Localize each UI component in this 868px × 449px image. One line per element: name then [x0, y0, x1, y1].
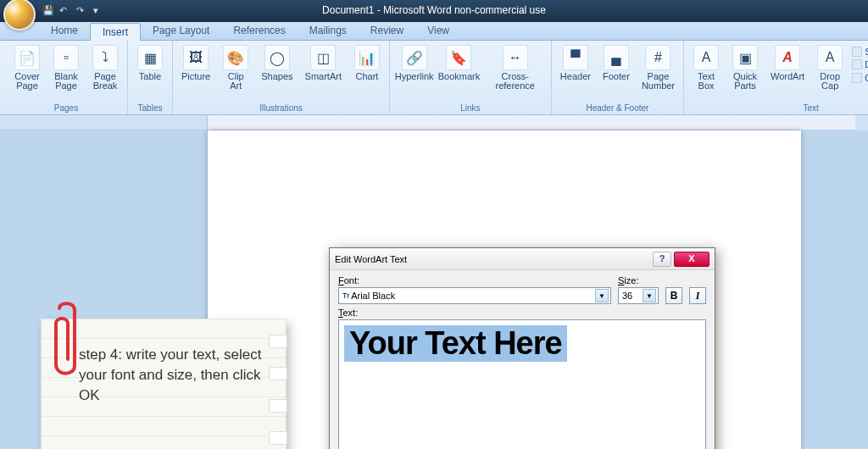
footer-icon: ▄ [604, 45, 629, 70]
page-break-icon: ⤵ [92, 45, 118, 70]
tab-page-layout[interactable]: Page Layout [141, 22, 221, 40]
drop-cap-icon: A [817, 45, 843, 70]
shapes-button[interactable]: ◯Shapes [258, 42, 296, 84]
group-pages: 📄CoverPage ▫BlankPage ⤵PageBreak Pages [5, 41, 128, 114]
group-title-illustrations: Illustrations [178, 103, 384, 114]
picture-button[interactable]: 🖼Picture [178, 42, 214, 84]
text-label: Text: [338, 308, 358, 318]
tab-view[interactable]: View [415, 22, 461, 40]
horizontal-ruler[interactable]: L [0, 115, 868, 130]
wordart-button[interactable]: AWordArt [767, 42, 808, 84]
chart-icon: 📊 [354, 45, 380, 70]
tab-insert[interactable]: Insert [90, 23, 141, 41]
group-header-footer: ▀Header ▄Footer #PageNumber Header & Foo… [552, 41, 684, 114]
edit-wordart-dialog: Edit WordArt Text ? X Font: Tr Arial Bla… [329, 247, 715, 449]
cross-reference-icon: ↔ [503, 45, 528, 70]
dialog-title: Edit WordArt Text [335, 254, 407, 264]
hyperlink-button[interactable]: 🔗Hyperlink [395, 42, 433, 84]
cross-reference-button[interactable]: ↔Cross-reference [485, 42, 546, 93]
wordart-text-value: Your Text Here [344, 325, 567, 362]
font-combo[interactable]: Tr Arial Black ▼ [338, 287, 611, 304]
paperclip-icon [51, 300, 81, 385]
object-icon [852, 73, 862, 83]
group-tables: ▦Table Tables [128, 41, 173, 114]
page-break-button[interactable]: ⤵PageBreak [88, 42, 122, 93]
bookmark-button[interactable]: 🔖Bookmark [438, 42, 479, 84]
blank-page-button[interactable]: ▫BlankPage [49, 42, 83, 93]
smartart-icon: ◫ [310, 45, 336, 70]
text-box-button[interactable]: ATextBox [689, 42, 723, 93]
wordart-text-input[interactable]: Your Text Here [338, 319, 706, 449]
dialog-help-button[interactable]: ? [653, 252, 671, 267]
group-title-links: Links [395, 103, 546, 114]
object-button[interactable]: Object ▾ [852, 72, 868, 83]
size-value: 36 [622, 291, 632, 301]
header-button[interactable]: ▀Header [557, 42, 594, 84]
tab-mailings[interactable]: Mailings [298, 22, 359, 40]
bold-button[interactable]: B [665, 287, 682, 304]
wordart-icon: A [775, 45, 800, 70]
blank-page-icon: ▫ [53, 45, 79, 70]
signature-line-button[interactable]: Signature Line ▾ [852, 46, 868, 57]
font-label: Font: [338, 275, 611, 285]
group-title-pages: Pages [10, 103, 122, 114]
tab-references[interactable]: References [221, 22, 297, 40]
drop-cap-button[interactable]: ADropCap [813, 42, 847, 93]
font-dropdown-icon[interactable]: ▼ [595, 289, 609, 302]
group-title-text: Text [689, 103, 868, 114]
note-text: step 4: write your text, select your fon… [79, 346, 261, 403]
shapes-icon: ◯ [264, 45, 290, 70]
clip-art-icon: 🎨 [223, 45, 248, 70]
bookmark-icon: 🔖 [446, 45, 471, 70]
group-text: ATextBox ▣QuickParts AWordArt ADropCap S… [684, 41, 868, 114]
qat-more-icon[interactable]: ▾ [93, 5, 105, 17]
ribbon-tabs: Home Insert Page Layout References Maili… [0, 22, 868, 41]
window-title: Document1 - Microsoft Word non-commercia… [322, 4, 546, 16]
picture-icon: 🖼 [183, 45, 209, 70]
group-illustrations: 🖼Picture 🎨ClipArt ◯Shapes ◫SmartArt 📊Cha… [173, 41, 390, 114]
font-value: Arial Black [351, 291, 395, 301]
dialog-close-button[interactable]: X [674, 252, 709, 267]
save-icon[interactable]: 💾 [42, 5, 54, 17]
table-icon: ▦ [137, 45, 163, 70]
size-dropdown-icon[interactable]: ▼ [643, 289, 656, 302]
smartart-button[interactable]: ◫SmartArt [302, 42, 345, 84]
footer-button[interactable]: ▄Footer [599, 42, 633, 84]
hyperlink-icon: 🔗 [402, 45, 427, 70]
tab-home[interactable]: Home [39, 22, 90, 40]
font-prefix: Tr [342, 291, 349, 300]
clip-art-button[interactable]: 🎨ClipArt [219, 42, 253, 93]
tab-review[interactable]: Review [359, 22, 415, 40]
ribbon: 📄CoverPage ▫BlankPage ⤵PageBreak Pages ▦… [0, 41, 868, 115]
cover-page-icon: 📄 [14, 45, 40, 70]
quick-parts-button[interactable]: ▣QuickParts [728, 42, 762, 93]
group-title-header-footer: Header & Footer [557, 103, 678, 114]
italic-button[interactable]: I [689, 287, 706, 304]
quick-parts-icon: ▣ [732, 45, 758, 70]
redo-icon[interactable]: ↷ [76, 5, 88, 17]
page-number-icon: # [645, 45, 670, 70]
date-time-icon [852, 59, 862, 69]
group-title-tables: Tables [133, 103, 167, 114]
size-label: Size: [618, 275, 659, 285]
date-time-button[interactable]: Date & Time [852, 59, 868, 69]
dialog-title-bar[interactable]: Edit WordArt Text ? X [330, 248, 715, 270]
signature-icon [852, 47, 862, 57]
table-button[interactable]: ▦Table [133, 42, 167, 84]
quick-access-toolbar: 💾 ↶ ↷ ▾ [42, 5, 105, 17]
group-links: 🔗Hyperlink 🔖Bookmark ↔Cross-reference Li… [390, 41, 552, 114]
undo-icon[interactable]: ↶ [59, 5, 71, 17]
chart-button[interactable]: 📊Chart [350, 42, 384, 84]
title-bar: 💾 ↶ ↷ ▾ Document1 - Microsoft Word non-c… [0, 0, 868, 22]
size-combo[interactable]: 36 ▼ [618, 287, 659, 304]
document-workspace: step 4: write your text, select your fon… [0, 130, 868, 449]
header-icon: ▀ [563, 45, 588, 70]
text-box-icon: A [693, 45, 719, 70]
cover-page-button[interactable]: 📄CoverPage [10, 42, 44, 93]
page-number-button[interactable]: #PageNumber [638, 42, 678, 93]
